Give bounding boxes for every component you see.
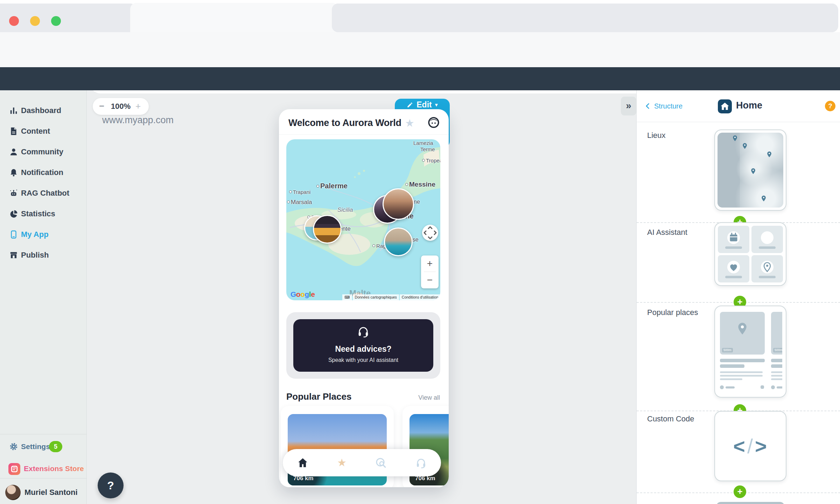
phone-page-title: Welcome to Aurora World — [288, 118, 401, 128]
favorites-nav-icon[interactable]: ★ — [337, 457, 346, 469]
map-preview — [718, 133, 783, 208]
sidebar-item-label: Publish — [21, 247, 49, 264]
gear-icon — [9, 442, 18, 451]
panel-collapse-button[interactable]: » — [621, 97, 636, 115]
map-photo-marker-agrigento[interactable] — [313, 215, 342, 244]
next-section-card-sliver — [716, 502, 785, 504]
sidebar-item-dashboard[interactable]: Dashboard — [0, 102, 87, 119]
assistant-card[interactable]: Need advices? Speak with your AI assista… — [293, 319, 433, 372]
browser-tab-active[interactable] — [130, 3, 338, 32]
sidebar-item-extensions-store[interactable]: Extensions Store — [0, 460, 87, 477]
sidebar-item-rag-chatbot[interactable]: RAG Chatbot — [0, 185, 87, 202]
browser-toolbar: www.myapp.com — [0, 32, 840, 67]
person-icon — [9, 147, 18, 156]
user-avatar[interactable] — [5, 485, 21, 500]
minimize-window-button[interactable] — [30, 16, 40, 26]
sidebar-item-label: Statistics — [21, 205, 55, 222]
pie-chart-icon — [9, 209, 18, 218]
sidebar-item-settings[interactable]: Settings 5 — [0, 438, 87, 455]
view-all-link[interactable]: View all — [405, 394, 440, 401]
chevron-down-icon: ▾ — [435, 102, 438, 108]
sidebar-item-my-app[interactable]: My App — [0, 226, 87, 243]
section-card-lieux[interactable] — [714, 130, 786, 211]
map-photo-marker-syracuse[interactable] — [384, 227, 413, 256]
assistant-nav-icon[interactable] — [415, 457, 427, 469]
app-header: AURORA Preview — [0, 67, 840, 90]
zoom-out-button[interactable]: − — [99, 98, 104, 115]
sidebar-item-label: Dashboard — [21, 102, 61, 119]
extensions-store-icon — [8, 463, 20, 475]
maximize-window-button[interactable] — [51, 16, 61, 26]
map[interactable]: Lamezia Terme Tropea Messine Palerme Tra… — [286, 139, 440, 300]
bell-icon — [9, 168, 18, 177]
map-label: Marsala — [287, 199, 312, 206]
browser-tab-strip — [0, 0, 840, 32]
tab-spacer-left — [0, 4, 136, 32]
robot-icon — [9, 189, 18, 198]
edit-label: Edit — [416, 100, 432, 110]
add-block-button[interactable]: + — [734, 485, 746, 498]
hash-icon — [761, 231, 774, 244]
map-label: Terme — [420, 146, 435, 152]
assistant-section: Need advices? Speak with your AI assista… — [286, 312, 440, 379]
sidebar-item-statistics[interactable]: Statistics — [0, 205, 87, 222]
map-label: Messine — [405, 181, 435, 188]
section-card-custom-code[interactable]: </> — [714, 411, 786, 481]
document-icon — [9, 127, 18, 136]
phone-bottom-nav: ★ — [283, 449, 441, 476]
code-icon: </> — [715, 412, 786, 481]
map-data-link[interactable]: Données cartographiques — [353, 294, 399, 300]
map-terms-link[interactable]: Conditions d'utilisation — [400, 294, 440, 300]
google-logo: Google — [290, 290, 315, 299]
distance-placeholder-badge: 500m — [773, 348, 782, 352]
zoom-in-button[interactable]: + — [135, 98, 141, 115]
assistant-card-title: Need advices? — [293, 344, 433, 354]
user-name[interactable]: Muriel Santoni — [24, 485, 78, 500]
section-card-popular-places[interactable]: 500m 500m — [714, 306, 786, 398]
sidebar-item-label: Community — [21, 144, 63, 160]
storefront-icon — [9, 251, 18, 260]
map-zoom-out-button[interactable]: − — [421, 272, 439, 288]
map-label: Tropea — [422, 158, 440, 163]
assistant-preview-grid — [718, 226, 783, 282]
section-label-lieux: Lieux — [647, 131, 666, 140]
sidebar-item-notification[interactable]: Notification — [0, 164, 87, 181]
browser-tab-area[interactable] — [332, 4, 838, 32]
close-window-button[interactable] — [9, 16, 19, 26]
sidebar-item-label: Notification — [21, 164, 63, 181]
zoom-level: 100% — [107, 98, 135, 115]
sidebar-item-publish[interactable]: Publish — [0, 247, 87, 264]
smartphone-icon — [9, 230, 18, 239]
section-card-ai-assistant[interactable] — [714, 222, 786, 286]
map-photo-marker-taormina[interactable] — [383, 188, 414, 220]
bar-chart-icon — [9, 106, 18, 115]
app-root: www.myapp.com AURORA Preview Dashboard — [0, 0, 840, 504]
sidebar-item-label: RAG Chatbot — [21, 185, 69, 202]
headset-icon — [357, 325, 370, 338]
structure-panel: Structure Home ? Lieux + AI Assistant — [636, 90, 840, 504]
sidebar: Dashboard Content Community Notification… — [0, 90, 87, 504]
settings-badge: 5 — [49, 441, 62, 452]
profile-avatar-icon[interactable] — [427, 116, 440, 129]
map-zoom-in-button[interactable]: + — [421, 255, 439, 272]
back-to-structure-link[interactable]: Structure — [644, 101, 682, 111]
section-label-ai-assistant: AI Assistant — [647, 228, 687, 237]
map-label: Lamezia — [413, 140, 433, 146]
panel-help-button[interactable]: ? — [825, 101, 835, 111]
sidebar-item-label: Extensions Store — [24, 460, 84, 477]
home-nav-icon[interactable] — [297, 457, 309, 469]
panel-page-title: Home — [736, 100, 762, 111]
sidebar-item-community[interactable]: Community — [0, 144, 87, 160]
section-label-popular-places: Popular places — [647, 308, 698, 317]
home-page-icon — [718, 99, 732, 113]
pencil-icon — [407, 102, 413, 108]
map-pan-control[interactable] — [422, 225, 438, 241]
sidebar-divider — [0, 434, 87, 434]
map-label: Trapani — [289, 189, 310, 195]
favorite-star-icon[interactable]: ★ — [405, 117, 414, 129]
popular-places-preview: 500m 500m — [719, 310, 782, 393]
sidebar-item-content[interactable]: Content — [0, 123, 87, 140]
explore-search-nav-icon[interactable] — [375, 457, 387, 469]
help-button[interactable]: ? — [98, 472, 124, 498]
keyboard-shortcuts-icon[interactable]: ⌨ — [342, 294, 352, 300]
